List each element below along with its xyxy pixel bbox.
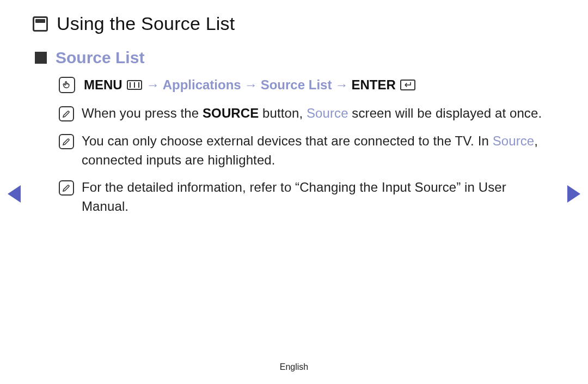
t: When you press the: [82, 106, 203, 120]
content-body: MENU → Applications → Source List → ENTE…: [33, 77, 555, 216]
t-bold: SOURCE: [203, 106, 259, 120]
section-bullet-icon: [35, 52, 47, 64]
note-3: For the detailed information, refer to “…: [59, 178, 555, 216]
note-2: You can only choose external devices tha…: [59, 132, 555, 170]
note-text: You can only choose external devices tha…: [82, 132, 555, 170]
t-blue: Source: [307, 106, 348, 120]
note-text: For the detailed information, refer to “…: [82, 178, 555, 216]
note-1: When you press the SOURCE button, Source…: [59, 104, 555, 123]
t: For the detailed information, refer to “…: [82, 180, 506, 214]
chapter-icon: [33, 16, 48, 32]
t: screen will be displayed at once.: [348, 106, 542, 120]
note-icon: [59, 106, 74, 121]
enter-icon: [399, 80, 416, 90]
footer-language: English: [0, 362, 588, 372]
note-icon: [59, 180, 74, 196]
t: You can only choose external devices tha…: [82, 133, 493, 148]
t-blue: Source: [493, 133, 535, 148]
enter-label: ENTER: [351, 77, 395, 93]
hand-icon: [59, 77, 75, 93]
path-applications: Applications: [163, 77, 241, 93]
menu-path: MENU → Applications → Source List → ENTE…: [59, 77, 555, 93]
page-title: Using the Source List: [57, 13, 235, 34]
arrow-sep-icon: →: [244, 77, 258, 93]
arrow-sep-icon: →: [335, 77, 348, 93]
note-icon: [59, 134, 74, 149]
menu-label: MENU: [84, 77, 122, 93]
prev-page-arrow-icon[interactable]: [8, 185, 21, 203]
section-title: Source List: [56, 48, 144, 67]
page-title-row: Using the Source List: [33, 13, 555, 34]
t: button,: [259, 106, 307, 120]
note-text: When you press the SOURCE button, Source…: [82, 104, 555, 123]
arrow-sep-icon: →: [146, 77, 160, 93]
menu-icon: [126, 80, 143, 90]
section-title-row: Source List: [33, 48, 555, 67]
path-source-list: Source List: [261, 77, 332, 93]
next-page-arrow-icon[interactable]: [567, 185, 580, 203]
